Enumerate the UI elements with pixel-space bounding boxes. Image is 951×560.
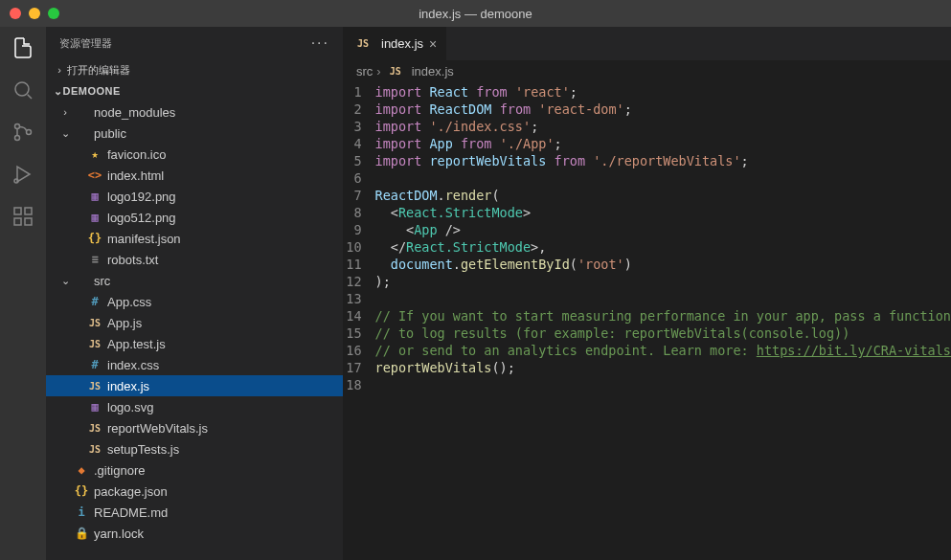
tree-item-label: node_modules	[94, 105, 175, 120]
tree-item[interactable]: ▦logo512.png	[46, 207, 343, 228]
json-icon: {}	[73, 482, 90, 500]
titlebar: index.js — demoone	[0, 0, 951, 27]
sidebar: 资源管理器 ··· › 打开的编辑器 ⌄ DEMOONE ›node_modul…	[46, 27, 343, 560]
code-content: import React from 'react'; import ReactD…	[375, 83, 951, 393]
css-icon: #	[86, 293, 103, 310]
tree-item-label: yarn.lock	[94, 526, 144, 541]
tree-item-label: App.js	[107, 316, 142, 330]
tree-item[interactable]: #App.css	[46, 291, 343, 312]
json-icon: {}	[86, 230, 103, 247]
tree-item-label: logo512.png	[107, 211, 176, 225]
folder-icon	[73, 272, 90, 289]
close-window-button[interactable]	[10, 8, 21, 19]
tree-item[interactable]: ⌄src	[46, 270, 343, 291]
css-icon: #	[86, 356, 103, 373]
search-icon[interactable]	[10, 77, 36, 103]
svg-rect-6	[14, 218, 21, 225]
svg-point-0	[15, 82, 29, 96]
folder-icon	[73, 124, 90, 142]
tab-index-js[interactable]: JS index.js ×	[343, 27, 446, 60]
editor-tabs: JS index.js ×	[343, 27, 951, 60]
open-editors-section[interactable]: › 打开的编辑器	[46, 59, 343, 80]
tree-item[interactable]: ≡robots.txt	[46, 249, 343, 270]
tree-item-label: App.test.js	[107, 337, 166, 351]
explorer-icon[interactable]	[10, 34, 36, 61]
extensions-icon[interactable]	[10, 203, 36, 230]
close-tab-icon[interactable]: ×	[429, 36, 437, 52]
img-icon: ▦	[86, 209, 103, 226]
tree-item-label: index.html	[107, 168, 164, 183]
run-debug-icon[interactable]	[10, 161, 36, 188]
code-editor[interactable]: 123456789101112131415161718 import React…	[343, 81, 951, 393]
tree-item-label: reportWebVitals.js	[107, 421, 208, 436]
html-icon: <>	[86, 167, 103, 184]
tree-item[interactable]: ★favicon.ico	[46, 144, 343, 165]
tree-item[interactable]: JSindex.js	[46, 375, 343, 396]
tree-item[interactable]: JSApp.test.js	[46, 333, 343, 354]
js-icon: JS	[86, 419, 103, 437]
tree-item[interactable]: ⌄public	[46, 123, 343, 144]
tree-item[interactable]: 🔒yarn.lock	[46, 523, 343, 544]
line-numbers: 123456789101112131415161718	[343, 83, 375, 393]
tree-item[interactable]: ▦logo192.png	[46, 186, 343, 207]
svg-icon: ▦	[86, 398, 103, 415]
js-file-icon: JS	[354, 35, 372, 53]
tree-item[interactable]: ◆.gitignore	[46, 459, 343, 481]
tree-item[interactable]: ›node_modules	[46, 101, 343, 123]
more-actions-icon[interactable]: ···	[311, 34, 329, 52]
tree-item[interactable]: <>index.html	[46, 165, 343, 186]
chevron-right-icon: ›	[54, 64, 65, 76]
svg-point-2	[15, 136, 20, 141]
breadcrumb-file: index.js	[412, 64, 454, 78]
svg-rect-5	[14, 208, 21, 214]
tree-item-label: logo.svg	[107, 400, 153, 414]
source-control-icon[interactable]	[10, 119, 36, 146]
lock-icon: 🔒	[73, 525, 90, 542]
sidebar-title: 资源管理器	[59, 36, 112, 51]
tree-item-label: App.css	[107, 295, 151, 309]
breadcrumb[interactable]: src › JS index.js	[343, 60, 951, 81]
chevron-down-icon: ⌄	[54, 85, 63, 98]
window-controls	[0, 8, 59, 19]
breadcrumb-folder: src	[356, 64, 373, 78]
tree-item[interactable]: {}package.json	[46, 481, 343, 502]
minimize-window-button[interactable]	[29, 8, 40, 19]
txt-icon: ≡	[86, 251, 103, 268]
maximize-window-button[interactable]	[48, 8, 59, 19]
js-icon: JS	[86, 440, 103, 458]
chevron-icon: ⌄	[59, 275, 71, 287]
tree-item[interactable]: JSsetupTests.js	[46, 438, 343, 459]
tree-item[interactable]: JSreportWebVitals.js	[46, 417, 343, 438]
folder-icon	[73, 103, 90, 121]
js-file-icon: JS	[387, 62, 404, 79]
tree-item-label: manifest.json	[107, 232, 181, 246]
tree-item-label: robots.txt	[107, 253, 158, 267]
tree-item-label: logo192.png	[107, 190, 176, 204]
svg-point-1	[15, 124, 20, 129]
tree-item[interactable]: {}manifest.json	[46, 228, 343, 249]
tree-item-label: .gitignore	[94, 463, 145, 478]
tree-item[interactable]: ▦logo.svg	[46, 396, 343, 417]
tree-item-label: src	[94, 274, 110, 288]
tree-item-label: favicon.ico	[107, 147, 166, 162]
chevron-icon: ›	[59, 106, 71, 118]
tree-item-label: index.css	[107, 358, 159, 372]
root-folder-label: DEMOONE	[63, 85, 121, 97]
tree-item-label: index.js	[107, 379, 149, 393]
tab-label: index.js	[381, 36, 423, 51]
editor-area: JS index.js × src › JS index.js 12345678…	[343, 27, 951, 560]
md-icon: i	[73, 504, 90, 521]
star-icon: ★	[86, 146, 103, 163]
tree-item-label: public	[94, 126, 126, 141]
tree-item[interactable]: JSApp.js	[46, 312, 343, 333]
svg-rect-7	[25, 218, 32, 225]
tree-item[interactable]: iREADME.md	[46, 502, 343, 523]
window-title: index.js — demoone	[0, 7, 951, 21]
js-icon: JS	[86, 314, 103, 331]
chevron-right-icon: ›	[376, 64, 380, 78]
chevron-icon: ⌄	[59, 127, 71, 140]
activity-bar	[0, 27, 46, 560]
folder-root[interactable]: ⌄ DEMOONE	[46, 80, 343, 101]
tree-item-label: package.json	[94, 484, 168, 499]
tree-item[interactable]: #index.css	[46, 354, 343, 375]
